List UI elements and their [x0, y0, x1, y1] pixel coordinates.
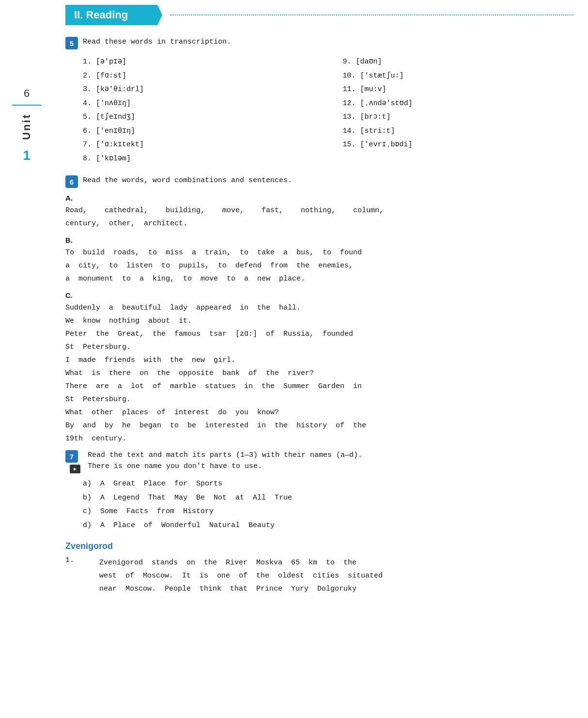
paragraph-1-text: Zvenigorod stands on the River Moskva 65…: [99, 556, 383, 595]
trans-item-1: 1. [ə'pɪə]: [83, 55, 314, 69]
unit-number: 6: [24, 87, 30, 100]
trans-item-10: 10. ['stætʃu:]: [343, 69, 574, 83]
match-option-a: a) A Great Place for Sports: [83, 477, 573, 491]
exercise-5-badge: 5: [65, 37, 78, 49]
zvenigorod-title: Zvenigorod: [65, 541, 573, 551]
paragraph-1-row: 1. Zvenigorod stands on the River Moskva…: [65, 556, 573, 595]
trans-item-13: 13. [brɔ:t]: [343, 110, 574, 125]
exercise-7-instructions: Read the text and match its parts (1—3) …: [88, 450, 362, 472]
section-c-line-5: I made friends with the new girl.: [65, 356, 235, 364]
section-c-line-7: There are a lot of marble statues in the…: [65, 382, 362, 390]
trans-item-5: 5. [tʃeɪndʒ]: [83, 110, 314, 125]
trans-item-15: 15. ['evrɪˌbɒdi]: [343, 138, 574, 152]
media-icon: ▶: [70, 465, 80, 473]
banner-dots: [170, 15, 573, 16]
unit-digit: 1: [23, 148, 31, 163]
trans-right-col: 9. [daʊn] 10. ['stætʃu:] 11. [mu:v] 12. …: [343, 55, 574, 166]
match-option-c: c) Some Facts from History: [83, 505, 573, 519]
trans-item-14: 14. [stri:t]: [343, 125, 574, 139]
trans-item-12: 12. [ˌʌndə'stʊd]: [343, 97, 574, 111]
main-content: II. Reading 5 Read these words in transc…: [56, 0, 588, 610]
section-c-line-2: We know nothing about it.: [65, 317, 192, 325]
sidebar: 6 Unit 1: [0, 0, 53, 718]
exercise-7-line1: Read the text and match its parts (1—3) …: [88, 450, 362, 461]
trans-item-8: 8. ['kɒləm]: [83, 152, 314, 166]
exercise-6-row: 6 Read the words, word combinations and …: [65, 175, 573, 188]
section-c-line-6: What is there on the opposite bank of th…: [65, 369, 314, 377]
section-c-line-3: Peter the Great, the famous tsar [zɑ:] o…: [65, 330, 353, 338]
section-c-label: C.: [65, 291, 573, 299]
section-c-line-10: By and by he began to be interested in t…: [65, 421, 366, 430]
trans-item-7: 7. ['ɑ:kɪtekt]: [83, 138, 314, 152]
trans-item-11: 11. [mu:v]: [343, 83, 574, 97]
banner-title: Reading: [86, 9, 128, 21]
section-banner: II. Reading: [65, 5, 162, 25]
trans-item-3: 3. [kə'θi:drl]: [83, 83, 314, 97]
paragraph-1-num: 1.: [65, 556, 74, 564]
section-a-body: Road, cathedral, building, move, fast, n…: [65, 204, 573, 230]
trans-item-2: 2. [fɑ:st]: [83, 69, 314, 83]
section-c-line-9: What other places of interest do you kno…: [65, 408, 279, 417]
exercise-5-row: 5 Read these words in transcription.: [65, 37, 573, 49]
transcription-grid: 1. [ə'pɪə] 2. [fɑ:st] 3. [kə'θi:drl] 4. …: [83, 55, 573, 166]
exercise-7-row: 7 ▶ Read the text and match its parts (1…: [65, 450, 573, 473]
trans-item-4: 4. ['nʌθɪŋ]: [83, 97, 314, 111]
exercise-6-badge: 6: [65, 175, 78, 188]
section-c-line-8: St Petersburg.: [65, 395, 131, 404]
match-option-d: d) A Place of Wonderful Natural Beauty: [83, 519, 573, 533]
section-header: II. Reading: [65, 5, 573, 25]
section-c-line-11: 19th century.: [65, 435, 126, 443]
section-c-line-4: St Petersburg.: [65, 343, 131, 351]
match-list: a) A Great Place for Sports b) A Legend …: [83, 477, 573, 532]
trans-item-9: 9. [daʊn]: [343, 55, 574, 69]
exercise-6-instruction: Read the words, word combinations and se…: [83, 175, 292, 187]
unit-label: Unit: [20, 113, 33, 140]
banner-roman: II.: [74, 9, 83, 21]
exercise-5-instruction: Read these words in transcription.: [83, 37, 231, 48]
section-c-line-1: Suddenly a beautiful lady appeared in th…: [65, 304, 301, 312]
match-option-b: b) A Legend That May Be Not at All True: [83, 491, 573, 505]
trans-item-6: 6. ['enɪθɪŋ]: [83, 125, 314, 139]
trans-left-col: 1. [ə'pɪə] 2. [fɑ:st] 3. [kə'θi:drl] 4. …: [83, 55, 314, 166]
exercise-7-line2: There is one name you don't have to use.: [88, 461, 362, 472]
section-a-label: A.: [65, 194, 573, 202]
exercise-7-badge: 7: [65, 450, 78, 463]
section-c-body: Suddenly a beautiful lady appeared in th…: [65, 301, 573, 445]
section-b-body: To build roads, to miss a train, to take…: [65, 246, 573, 285]
unit-divider: [12, 105, 41, 106]
section-b-label: B.: [65, 236, 573, 244]
